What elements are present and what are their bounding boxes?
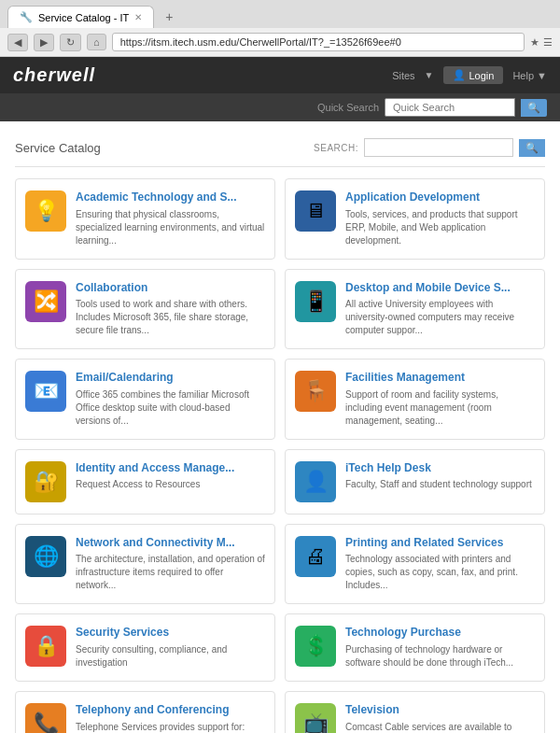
card-title: Security Services bbox=[76, 626, 265, 641]
bookmark-icon[interactable]: ★ bbox=[530, 36, 539, 49]
card-desc: Request Access to Resources bbox=[76, 478, 265, 491]
home-button[interactable]: ⌂ bbox=[87, 34, 106, 50]
tab-favicon: 🔧 bbox=[20, 11, 33, 23]
quick-search-input[interactable] bbox=[385, 98, 515, 117]
card-text: Collaboration Tools used to work and sha… bbox=[76, 281, 265, 338]
card-title: Identity and Access Manage... bbox=[76, 461, 265, 476]
catalog-card[interactable]: 📱 Desktop and Mobile Device S... All act… bbox=[285, 269, 545, 350]
card-text: Network and Connectivity M... The archit… bbox=[76, 536, 265, 593]
header-actions: Sites ▼ 👤 Login Help ▼ bbox=[392, 66, 547, 84]
search-input[interactable] bbox=[364, 138, 513, 157]
search-button[interactable]: 🔍 bbox=[519, 139, 545, 157]
card-text: Telephony and Conferencing Telephone Ser… bbox=[76, 703, 265, 733]
menu-icon[interactable]: ☰ bbox=[543, 36, 553, 49]
card-text: Facilities Management Support of room an… bbox=[345, 371, 535, 428]
forward-button[interactable]: ▶ bbox=[34, 34, 54, 51]
catalog-card[interactable]: 💡 Academic Technology and S... Ensuring … bbox=[15, 178, 275, 260]
card-icon: 🔒 bbox=[25, 626, 66, 667]
card-desc: Office 365 combines the familiar Microso… bbox=[76, 388, 265, 428]
back-button[interactable]: ◀ bbox=[7, 34, 28, 51]
card-title: Academic Technology and S... bbox=[76, 190, 265, 205]
card-title: Facilities Management bbox=[345, 371, 535, 386]
app-header: cherwell Sites ▼ 👤 Login Help ▼ bbox=[0, 57, 560, 93]
card-title: Collaboration bbox=[76, 281, 265, 296]
card-desc: The architecture, installation, and oper… bbox=[76, 553, 265, 592]
card-title: Telephony and Conferencing bbox=[76, 703, 265, 718]
main-content: Service Catalog SEARCH: 🔍 💡 Academic Tec… bbox=[0, 121, 560, 733]
app-logo: cherwell bbox=[13, 64, 95, 86]
card-desc: Comcast Cable services are available to … bbox=[345, 721, 535, 733]
catalog-card[interactable]: 🌐 Network and Connectivity M... The arch… bbox=[15, 524, 275, 605]
catalog-card[interactable]: 🔀 Collaboration Tools used to work and s… bbox=[15, 269, 275, 350]
catalog-card[interactable]: 📧 Email/Calendaring Office 365 combines … bbox=[15, 359, 275, 440]
card-icon: 💡 bbox=[25, 190, 66, 232]
card-desc: Ensuring that physical classrooms, speci… bbox=[76, 208, 265, 247]
card-desc: Faculty, Staff and student technology su… bbox=[345, 478, 535, 491]
sites-link[interactable]: Sites bbox=[392, 70, 414, 81]
card-icon: 🖥 bbox=[295, 190, 336, 232]
card-desc: Tools, services, and products that suppo… bbox=[345, 208, 535, 247]
card-desc: Tools used to work and share with others… bbox=[76, 298, 265, 337]
tab-title: Service Catalog - IT bbox=[38, 12, 129, 23]
page-title: Service Catalog bbox=[15, 141, 101, 155]
catalog-grid: 💡 Academic Technology and S... Ensuring … bbox=[15, 178, 545, 733]
catalog-card[interactable]: 💲 Technology Purchase Purchasing of tech… bbox=[285, 613, 545, 682]
card-text: Identity and Access Manage... Request Ac… bbox=[76, 461, 265, 492]
user-icon: 👤 bbox=[453, 69, 466, 81]
card-text: Application Development Tools, services,… bbox=[345, 190, 535, 247]
card-title: iTech Help Desk bbox=[345, 461, 535, 476]
card-icon: 🌐 bbox=[25, 536, 66, 577]
catalog-card[interactable]: 🖥 Application Development Tools, service… bbox=[285, 178, 545, 260]
card-title: Application Development bbox=[345, 190, 535, 205]
catalog-card[interactable]: 📞 Telephony and Conferencing Telephone S… bbox=[15, 691, 275, 733]
card-icon: 📱 bbox=[295, 281, 336, 322]
card-title: Printing and Related Services bbox=[345, 536, 535, 551]
help-link[interactable]: Help ▼ bbox=[512, 70, 547, 81]
card-icon: 📞 bbox=[25, 703, 66, 733]
card-text: Security Services Security consulting, c… bbox=[76, 626, 265, 670]
card-title: Desktop and Mobile Device S... bbox=[345, 281, 535, 296]
page-header: Service Catalog SEARCH: 🔍 bbox=[15, 131, 545, 167]
card-desc: Technology associated with printers and … bbox=[345, 553, 535, 592]
card-icon: 🔀 bbox=[25, 281, 66, 322]
tab-close-btn[interactable]: ✕ bbox=[134, 12, 142, 22]
card-icon: 📺 bbox=[295, 703, 336, 733]
catalog-card[interactable]: 🪑 Facilities Management Support of room … bbox=[285, 359, 545, 440]
card-desc: Security consulting, compliance, and inv… bbox=[76, 643, 265, 670]
card-text: Academic Technology and S... Ensuring th… bbox=[76, 190, 265, 247]
card-text: Television Comcast Cable services are av… bbox=[345, 703, 535, 733]
card-desc: Support of room and facility systems, in… bbox=[345, 388, 535, 428]
login-button[interactable]: 👤 Login bbox=[443, 66, 504, 84]
card-icon: 🖨 bbox=[295, 536, 336, 577]
browser-tab[interactable]: 🔧 Service Catalog - IT ✕ bbox=[7, 6, 154, 28]
quick-search-label: Quick Search bbox=[317, 102, 379, 113]
card-icon: 📧 bbox=[25, 371, 66, 412]
catalog-card[interactable]: 📺 Television Comcast Cable services are … bbox=[285, 691, 545, 733]
search-section: SEARCH: 🔍 bbox=[314, 138, 545, 157]
card-desc: Purchasing of technology hardware or sof… bbox=[345, 643, 535, 670]
quick-search-button[interactable]: 🔍 bbox=[521, 99, 547, 117]
card-text: Desktop and Mobile Device S... All activ… bbox=[345, 281, 535, 338]
new-tab-button[interactable]: + bbox=[158, 6, 180, 28]
refresh-button[interactable]: ↻ bbox=[60, 34, 81, 51]
card-title: Television bbox=[345, 703, 535, 718]
header-chevron: ▼ bbox=[425, 70, 434, 80]
card-icon: 👤 bbox=[295, 461, 336, 502]
top-search-bar: Quick Search 🔍 bbox=[0, 93, 560, 121]
card-text: Technology Purchase Purchasing of techno… bbox=[345, 626, 535, 670]
card-title: Network and Connectivity M... bbox=[76, 536, 265, 551]
catalog-card[interactable]: 🔒 Security Services Security consulting,… bbox=[15, 613, 275, 682]
card-icon: 💲 bbox=[295, 626, 336, 667]
card-text: Email/Calendaring Office 365 combines th… bbox=[76, 371, 265, 428]
catalog-card[interactable]: 👤 iTech Help Desk Faculty, Staff and stu… bbox=[285, 449, 545, 515]
catalog-card[interactable]: 🖨 Printing and Related Services Technolo… bbox=[285, 524, 545, 605]
card-title: Email/Calendaring bbox=[76, 371, 265, 386]
card-text: iTech Help Desk Faculty, Staff and stude… bbox=[345, 461, 535, 492]
catalog-card[interactable]: 🔐 Identity and Access Manage... Request … bbox=[15, 449, 275, 515]
card-title: Technology Purchase bbox=[345, 626, 535, 641]
url-bar[interactable] bbox=[112, 33, 525, 51]
card-icon: 🔐 bbox=[25, 461, 66, 502]
card-text: Printing and Related Services Technology… bbox=[345, 536, 535, 593]
card-icon: 🪑 bbox=[295, 371, 336, 412]
card-desc: Telephone Services provides support for:… bbox=[76, 721, 265, 733]
